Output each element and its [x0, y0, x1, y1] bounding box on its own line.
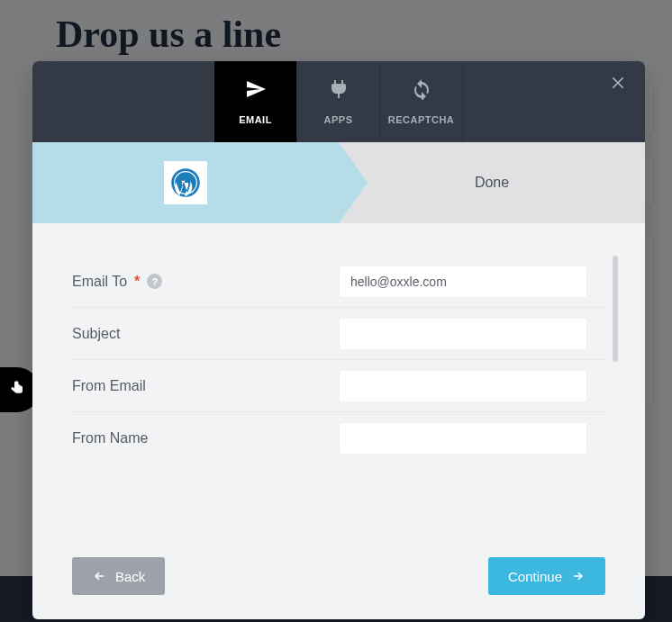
- label-text: Email To: [72, 274, 127, 290]
- tab-label: APPS: [324, 114, 353, 125]
- label-from-email: From Email: [72, 378, 339, 394]
- close-button[interactable]: [605, 72, 631, 97]
- row-email-to: Email To * ?: [72, 256, 605, 308]
- stepper: Done: [32, 142, 645, 223]
- paper-plane-icon: [245, 78, 267, 105]
- input-from-name[interactable]: [339, 422, 587, 455]
- hand-pointer-icon: [9, 378, 25, 402]
- tab-label: EMAIL: [239, 114, 272, 125]
- arrow-left-icon: [92, 570, 106, 582]
- label-text: From Name: [72, 430, 148, 446]
- close-icon: [610, 73, 626, 96]
- button-label: Back: [115, 569, 145, 584]
- label-email-to: Email To * ?: [72, 274, 339, 290]
- button-label: Continue: [508, 569, 562, 584]
- label-from-name: From Name: [72, 430, 339, 446]
- continue-button[interactable]: Continue: [488, 557, 605, 595]
- modal-header: EMAIL APPS RECAPTCHA: [32, 61, 645, 142]
- input-subject[interactable]: [339, 318, 587, 350]
- row-from-name: From Name: [72, 412, 605, 464]
- tab-label: RECAPTCHA: [388, 114, 455, 125]
- back-button[interactable]: Back: [72, 557, 165, 595]
- step-label: Done: [475, 175, 509, 191]
- label-text: Subject: [72, 326, 120, 342]
- tab-apps[interactable]: APPS: [297, 61, 380, 142]
- footer-actions: Back Continue: [32, 533, 645, 619]
- help-icon[interactable]: ?: [147, 274, 162, 289]
- tab-recaptcha[interactable]: RECAPTCHA: [380, 61, 463, 142]
- scrollbar[interactable]: [613, 256, 618, 362]
- input-email-to[interactable]: [339, 266, 587, 298]
- step-wordpress[interactable]: [32, 142, 339, 223]
- row-from-email: From Email: [72, 360, 605, 412]
- settings-modal: EMAIL APPS RECAPTCHA: [32, 61, 645, 619]
- modal-tabs: EMAIL APPS RECAPTCHA: [214, 61, 463, 142]
- required-star: *: [134, 274, 140, 290]
- step-done[interactable]: Done: [339, 142, 645, 223]
- tab-email[interactable]: EMAIL: [214, 61, 297, 142]
- wordpress-icon: [164, 161, 207, 204]
- refresh-icon: [411, 78, 432, 105]
- label-subject: Subject: [72, 326, 339, 342]
- row-subject: Subject: [72, 308, 605, 360]
- plug-icon: [328, 78, 350, 105]
- form-area: Email To * ? Subject From Email: [32, 223, 645, 533]
- label-text: From Email: [72, 378, 146, 394]
- input-from-email[interactable]: [339, 370, 587, 402]
- arrow-right-icon: [571, 570, 586, 582]
